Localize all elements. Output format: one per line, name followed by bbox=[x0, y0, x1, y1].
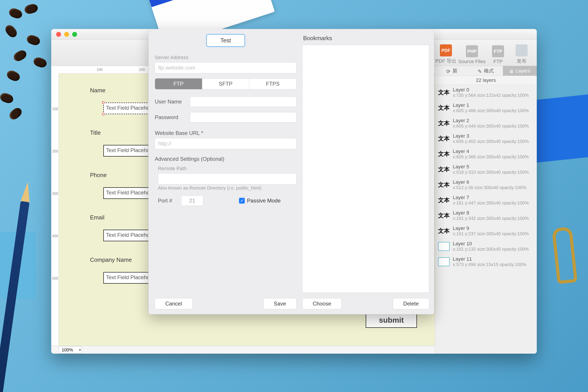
cancel-button[interactable]: Cancel bbox=[155, 298, 193, 309]
layer-name: Layer 4 bbox=[453, 148, 534, 154]
layer-name: Layer 3 bbox=[453, 133, 534, 139]
layer-info: x:605 y:366 size:300x40 opacity:100% bbox=[453, 154, 534, 160]
layer-name: Layer 9 bbox=[453, 226, 534, 231]
layer-row[interactable]: 文本Layer 0x:735 y:564 size:122x42 opacity… bbox=[435, 85, 537, 100]
passive-mode-checkbox[interactable]: ✓ bbox=[239, 198, 245, 204]
passive-mode-label: Passive Mode bbox=[247, 198, 281, 204]
remote-path-help: Also known as Remote Directory (i.e. pub… bbox=[158, 185, 296, 191]
choose-bookmark-button[interactable]: Choose bbox=[302, 298, 342, 309]
save-button[interactable]: Save bbox=[263, 298, 296, 309]
layer-row[interactable]: 文本Layer 8x:161 y:342 size:300x40 opacity… bbox=[435, 208, 537, 223]
username-input[interactable] bbox=[190, 96, 296, 107]
layer-row[interactable]: 文本Layer 2x:605 y:444 size:300x40 opacity… bbox=[435, 116, 537, 131]
layer-name: Layer 10 bbox=[453, 241, 534, 246]
layers-list[interactable]: 文本Layer 0x:735 y:564 size:122x42 opacity… bbox=[435, 85, 537, 354]
submit-button[interactable]: submit bbox=[366, 312, 417, 328]
field-label-company: Company Name bbox=[90, 256, 132, 263]
layer-info: x:605 y:486 size:300x40 opacity:100% bbox=[453, 108, 534, 113]
layers-count: 22 layers bbox=[435, 76, 537, 85]
toolbar-ftp[interactable]: FTP FTP bbox=[487, 45, 509, 64]
layer-info: x:605 y:402 size:300x40 opacity:100% bbox=[453, 139, 534, 144]
layer-info: x:161 y:237 size:300x40 opacity:100% bbox=[453, 231, 534, 236]
layer-info: x:735 y:564 size:122x42 opacity:100% bbox=[453, 93, 534, 98]
field-label-name: Name bbox=[90, 87, 105, 94]
text-badge: 文本 bbox=[438, 211, 450, 220]
protocol-ftps[interactable]: FTPS bbox=[249, 78, 296, 89]
text-badge: 文本 bbox=[438, 196, 450, 205]
port-input[interactable] bbox=[181, 196, 203, 206]
layer-info: x:161 y:132 size:300x40 opacity:100% bbox=[453, 246, 534, 252]
layer-row[interactable]: 文本Layer 1x:605 y:486 size:300x40 opacity… bbox=[435, 100, 537, 116]
zoom-bar: 100% bbox=[51, 346, 435, 354]
layer-info: x:605 y:444 size:300x40 opacity:100% bbox=[453, 124, 534, 129]
test-connection-button[interactable]: Test bbox=[206, 34, 245, 47]
ftp-icon: FTP bbox=[492, 45, 504, 57]
layer-row[interactable]: 文本Layer 3x:605 y:402 size:300x40 opacity… bbox=[435, 131, 537, 146]
text-badge: 文本 bbox=[438, 150, 450, 158]
text-badge: 文本 bbox=[438, 88, 450, 97]
port-label: Port # bbox=[158, 198, 172, 204]
layer-row[interactable]: Layer 11x:573 y:494 size:15x15 opacity:1… bbox=[435, 254, 537, 269]
pencil-icon: ✎ bbox=[478, 69, 482, 73]
field-label-email: Email bbox=[90, 214, 104, 221]
layer-info: x:161 y:342 size:300x40 opacity:100% bbox=[453, 216, 534, 221]
layer-row[interactable]: 文本Layer 4x:605 y:366 size:300x40 opacity… bbox=[435, 146, 537, 162]
pdf-icon: PDF bbox=[440, 44, 452, 56]
text-badge: 文本 bbox=[438, 104, 450, 112]
inspector-tab-layers[interactable]: ≣ Layers bbox=[503, 66, 537, 76]
layer-info: x:512 y:36 size:300x40 opacity:100% bbox=[453, 185, 534, 190]
refresh-icon: ⟳ bbox=[446, 69, 451, 73]
layer-name: Layer 5 bbox=[453, 164, 534, 170]
text-badge: 文本 bbox=[438, 226, 450, 236]
toolbar-publish[interactable]: 发布 bbox=[511, 44, 533, 64]
inspector-panel: ⟳ 新 ✎ 格式 ≣ Layers 22 layers 文本Layer 0x:7… bbox=[435, 66, 537, 354]
advanced-label: Advanced Settings (Optional) bbox=[155, 156, 296, 162]
remote-path-label: Remote Path bbox=[158, 166, 296, 172]
publish-icon bbox=[516, 44, 528, 56]
layer-name: Layer 11 bbox=[453, 256, 534, 262]
field-label-phone: Phone bbox=[90, 172, 107, 178]
layer-name: Layer 7 bbox=[453, 195, 534, 200]
base-url-label: Website Base URL * bbox=[155, 130, 296, 136]
ruler-vertical: 100 200 300 400 500 bbox=[51, 74, 59, 346]
php-icon: PHP bbox=[466, 45, 478, 57]
inspector-segmented-control[interactable]: ⟳ 新 ✎ 格式 ≣ Layers bbox=[435, 66, 537, 76]
layer-thumb-icon bbox=[438, 257, 450, 266]
toolbar-source-files[interactable]: PHP Source Files bbox=[458, 45, 486, 64]
layer-name: Layer 1 bbox=[453, 102, 534, 108]
toolbar-pdf-export[interactable]: PDF PDF 导出 bbox=[435, 44, 457, 64]
bookmarks-title: Bookmarks bbox=[303, 35, 429, 42]
username-label: User Name bbox=[155, 98, 186, 105]
server-address-label: Server Address bbox=[155, 55, 296, 60]
layer-name: Layer 0 bbox=[453, 87, 534, 93]
protocol-segmented-control[interactable]: FTP SFTP FTPS bbox=[155, 78, 296, 90]
protocol-ftp[interactable]: FTP bbox=[155, 78, 202, 89]
layer-name: Layer 6 bbox=[453, 179, 534, 185]
text-badge: 文本 bbox=[438, 180, 450, 189]
password-input[interactable] bbox=[190, 112, 296, 122]
delete-bookmark-button[interactable]: Delete bbox=[393, 298, 429, 309]
zoom-select[interactable]: 100% bbox=[59, 346, 82, 353]
inspector-tab-refresh[interactable]: ⟳ 新 bbox=[435, 66, 469, 76]
protocol-sftp[interactable]: SFTP bbox=[202, 78, 249, 89]
password-label: Password bbox=[155, 114, 186, 120]
layer-row[interactable]: 文本Layer 6x:512 y:36 size:300x40 opacity:… bbox=[435, 177, 537, 192]
server-address-input[interactable] bbox=[155, 62, 296, 73]
field-label-title: Title bbox=[90, 129, 101, 136]
text-badge: 文本 bbox=[438, 134, 450, 143]
ftp-settings-sheet: Test Server Address FTP SFTP FTPS User N… bbox=[148, 29, 434, 314]
layer-row[interactable]: 文本Layer 9x:161 y:237 size:300x40 opacity… bbox=[435, 223, 537, 238]
inspector-tab-format[interactable]: ✎ 格式 bbox=[469, 66, 503, 76]
base-url-input[interactable] bbox=[155, 138, 296, 149]
bookmarks-list[interactable] bbox=[302, 45, 429, 293]
app-window: NewProject.touchforms7 Form Settings Fil… bbox=[51, 29, 537, 354]
layer-row[interactable]: 文本Layer 5x:518 y:310 size:300x40 opacity… bbox=[435, 162, 537, 177]
remote-path-input[interactable] bbox=[158, 173, 296, 184]
text-badge: 文本 bbox=[438, 119, 450, 128]
layer-row[interactable]: Layer 10x:161 y:132 size:300x40 opacity:… bbox=[435, 238, 537, 254]
layer-info: x:161 y:447 size:300x40 opacity:100% bbox=[453, 200, 534, 206]
layer-info: x:573 y:494 size:15x15 opacity:100% bbox=[453, 262, 534, 267]
layer-name: Layer 8 bbox=[453, 210, 534, 216]
layer-row[interactable]: 文本Layer 7x:161 y:447 size:300x40 opacity… bbox=[435, 192, 537, 208]
text-badge: 文本 bbox=[438, 165, 450, 174]
